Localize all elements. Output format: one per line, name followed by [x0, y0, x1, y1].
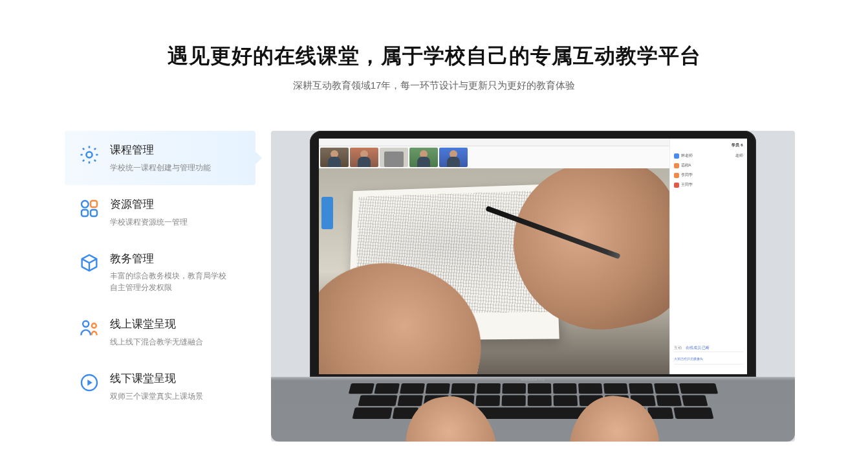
panel-tabs: 互动 在线成员 已断 [674, 346, 743, 352]
sidebar-item-title: 线下课堂呈现 [110, 371, 245, 387]
participant-thumbnail [409, 148, 438, 167]
keyboard [315, 383, 750, 419]
chat-input-bar [674, 364, 743, 370]
content-row: 课程管理 学校统一课程创建与管理功能 资源管理 学校课程资源统一管理 [0, 131, 868, 442]
participant-row: 远程A [674, 162, 743, 169]
sidebar-item-title: 教务管理 [110, 251, 245, 267]
play-circle-icon [76, 371, 102, 393]
classroom-side-panel: 学员 6 林老师老师 远程A 李同学 王同学 互动 在线成员 已断 大家已经开启… [669, 139, 747, 374]
laptop-keyboard-deck: MacBook Pro [271, 377, 795, 442]
annotation-toolbar [321, 197, 333, 229]
participant-thumbnail [320, 148, 349, 167]
svg-rect-4 [91, 210, 97, 216]
shared-camera-feed [319, 168, 669, 374]
sidebar-item-online-classroom[interactable]: 线上课堂呈现 线上线下混合教学无缝融合 [65, 305, 255, 359]
page-header: 遇见更好的在线课堂，属于学校自己的专属互动教学平台 深耕互动教育领域17年，每一… [0, 0, 868, 92]
svg-point-0 [86, 152, 92, 157]
grid-apps-icon [76, 197, 102, 219]
svg-point-6 [92, 324, 96, 328]
svg-point-1 [81, 201, 89, 208]
classroom-app-window: 学员 6 林老师老师 远程A 李同学 王同学 互动 在线成员 已断 大家已经开启… [319, 139, 747, 374]
video-main-area [319, 139, 669, 374]
participant-thumbnail [350, 148, 378, 167]
participant-row: 李同学 [674, 172, 743, 179]
feature-sidebar: 课程管理 学校统一课程创建与管理功能 资源管理 学校课程资源统一管理 [65, 131, 255, 442]
sidebar-item-course-management[interactable]: 课程管理 学校统一课程创建与管理功能 [65, 131, 255, 185]
sidebar-item-desc: 学校统一课程创建与管理功能 [110, 162, 226, 174]
gear-icon [76, 142, 102, 166]
sidebar-item-resource-management[interactable]: 资源管理 学校课程资源统一管理 [65, 185, 255, 240]
sidebar-item-academic-management[interactable]: 教务管理 丰富的综合教务模块，教育局学校自主管理分发权限 [65, 240, 255, 306]
sidebar-item-desc: 学校课程资源统一管理 [110, 216, 226, 228]
sidebar-item-title: 课程管理 [110, 142, 245, 158]
people-icon [76, 317, 102, 339]
laptop-model-label: MacBook Pro [521, 377, 544, 381]
laptop-mock: 学员 6 林老师老师 远程A 李同学 王同学 互动 在线成员 已断 大家已经开启… [271, 131, 795, 442]
svg-point-5 [83, 321, 89, 327]
page-subtitle: 深耕互动教育领域17年，每一环节设计与更新只为更好的教育体验 [0, 80, 868, 92]
svg-rect-2 [91, 201, 97, 207]
sidebar-item-title: 资源管理 [110, 197, 245, 212]
panel-tab: 在线成员 已断 [686, 346, 710, 350]
cube-icon [76, 251, 102, 273]
sidebar-item-offline-classroom[interactable]: 线下课堂呈现 双师三个课堂真实上课场景 [65, 359, 255, 414]
chat-preview: 大家已经开启摄像头 [674, 356, 743, 361]
laptop-screen-frame: 学员 6 林老师老师 远程A 李同学 王同学 互动 在线成员 已断 大家已经开启… [310, 131, 756, 377]
feature-illustration: 学员 6 林老师老师 远程A 李同学 王同学 互动 在线成员 已断 大家已经开启… [268, 131, 797, 442]
sidebar-item-desc: 丰富的综合教务模块，教育局学校自主管理分发权限 [110, 270, 226, 293]
participant-row: 林老师老师 [674, 152, 743, 159]
participant-thumbnail [439, 148, 468, 167]
svg-rect-3 [81, 210, 88, 216]
sidebar-item-title: 线上课堂呈现 [110, 317, 245, 332]
page-title: 遇见更好的在线课堂，属于学校自己的专属互动教学平台 [0, 42, 868, 71]
app-titlebar [319, 139, 669, 146]
panel-tab: 互动 [674, 346, 682, 350]
participant-thumbnail [380, 148, 408, 167]
sidebar-item-desc: 线上线下混合教学无缝融合 [110, 336, 226, 348]
participant-camera-row [319, 146, 669, 168]
sidebar-item-desc: 双师三个课堂真实上课场景 [110, 390, 226, 402]
panel-header: 学员 6 [674, 142, 743, 148]
participant-row: 王同学 [674, 181, 743, 188]
